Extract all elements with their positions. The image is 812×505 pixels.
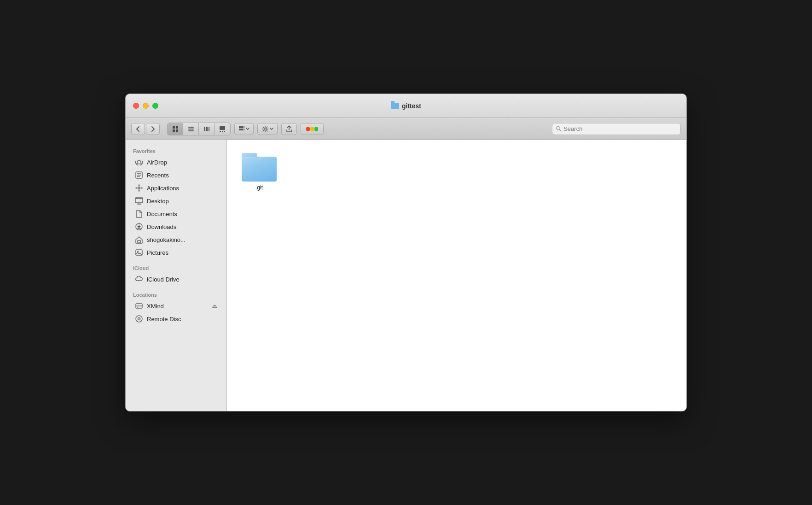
favorites-section-title: Favorites [126,146,226,156]
svg-point-20 [264,128,267,130]
svg-rect-16 [239,129,241,130]
svg-rect-6 [188,130,194,131]
chevron-down-icon [246,128,249,130]
svg-rect-4 [188,127,194,128]
sidebar-item-documents[interactable]: Documents [128,207,225,220]
tag-icon [306,125,319,133]
pictures-label: Pictures [147,249,168,256]
view-buttons [167,123,231,135]
maximize-button[interactable] [152,103,158,109]
action-button[interactable] [257,123,278,135]
svg-rect-1 [176,126,178,129]
tag-button[interactable] [301,123,324,135]
gallery-view-button[interactable] [215,123,230,135]
icloud-section-title: iCloud [126,263,226,273]
svg-point-53 [139,318,139,319]
group-button[interactable] [234,123,254,135]
window-title: gittest [391,102,421,110]
title-folder-icon [391,103,399,109]
icon-view-button[interactable] [168,123,183,135]
svg-point-33 [138,187,140,189]
svg-rect-8 [206,127,208,131]
downloads-label: Downloads [147,223,176,230]
finder-window: gittest [125,94,687,411]
close-button[interactable] [133,103,139,109]
toolbar [126,118,686,140]
icloud-icon [135,275,143,283]
eject-button[interactable]: ⏏ [212,303,217,310]
documents-label: Documents [147,211,177,217]
list-view-button[interactable] [183,123,199,135]
svg-point-50 [137,307,138,308]
chevron-right-icon [151,126,155,132]
column-view-button[interactable] [199,123,215,135]
sidebar-item-remote-disc[interactable]: Remote Disc [128,312,225,325]
airdrop-label: AirDrop [147,159,167,166]
list-icon [187,125,195,133]
svg-rect-45 [138,241,140,243]
xmind-label: XMind [147,303,164,310]
svg-rect-21 [306,127,310,131]
applications-icon [135,184,143,192]
airdrop-icon [135,158,143,166]
svg-rect-9 [209,127,209,131]
search-box[interactable] [552,123,681,135]
grid-small-icon [238,126,245,132]
recents-label: Recents [147,172,169,179]
svg-point-26 [137,160,141,164]
svg-point-37 [141,188,143,189]
share-button[interactable] [281,123,297,135]
svg-rect-19 [244,129,244,130]
applications-label: Applications [147,185,179,192]
svg-rect-14 [239,126,241,128]
sidebar-item-airdrop[interactable]: AirDrop [128,156,225,169]
search-icon [556,126,562,132]
file-grid: .git [236,149,677,194]
chevron-left-icon [136,126,140,132]
sidebar-item-downloads[interactable]: Downloads [128,220,225,233]
columns-icon [203,125,210,133]
sidebar-item-applications[interactable]: Applications [128,182,225,194]
svg-point-34 [139,185,140,186]
search-input[interactable] [563,125,677,132]
svg-rect-0 [173,126,175,129]
locations-section-title: Locations [126,289,226,299]
window-title-text: gittest [402,102,421,110]
desktop-icon [135,197,143,205]
content-area: .git [227,140,686,411]
gear-icon [261,125,269,133]
downloads-icon [135,223,143,231]
folder-icon [242,153,277,182]
sidebar-item-pictures[interactable]: Pictures [128,246,225,259]
folder-body [242,157,277,182]
minimize-button[interactable] [143,103,149,109]
file-item[interactable]: .git [236,149,282,194]
sidebar-item-desktop[interactable]: Desktop [128,194,225,207]
desktop-label: Desktop [147,198,169,205]
back-button[interactable] [131,123,145,135]
svg-point-36 [136,188,137,189]
svg-rect-17 [241,129,243,130]
svg-rect-11 [220,131,221,132]
svg-rect-39 [135,198,143,199]
svg-line-25 [560,129,562,131]
sidebar-item-home[interactable]: shogokakino... [128,233,225,246]
share-icon [285,125,293,133]
svg-rect-15 [241,126,243,128]
file-name: .git [255,184,263,191]
sidebar-item-recents[interactable]: Recents [128,169,225,182]
documents-icon [135,210,143,218]
icloud-drive-label: iCloud Drive [147,276,180,283]
remote-disc-label: Remote Disc [147,316,181,323]
nav-buttons [131,123,160,135]
sidebar-item-xmind[interactable]: XMind ⏏ [128,299,225,312]
svg-rect-10 [220,126,225,130]
svg-rect-2 [173,129,175,132]
traffic-lights [133,103,158,109]
svg-rect-5 [188,129,194,129]
titlebar: gittest [126,94,686,118]
svg-rect-12 [222,131,223,132]
forward-button[interactable] [146,123,160,135]
sidebar: Favorites AirDrop [126,140,227,411]
sidebar-item-icloud-drive[interactable]: iCloud Drive [128,273,225,286]
